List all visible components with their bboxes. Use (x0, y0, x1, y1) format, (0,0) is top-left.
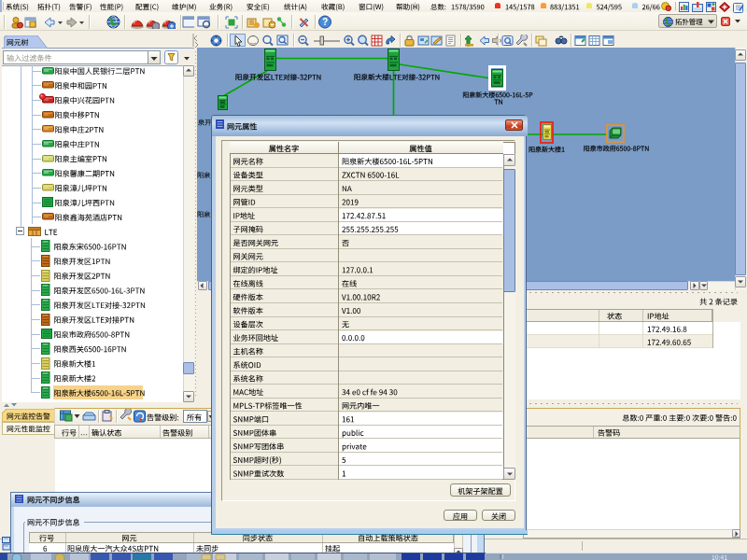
svg-text:?: ? (322, 17, 328, 27)
